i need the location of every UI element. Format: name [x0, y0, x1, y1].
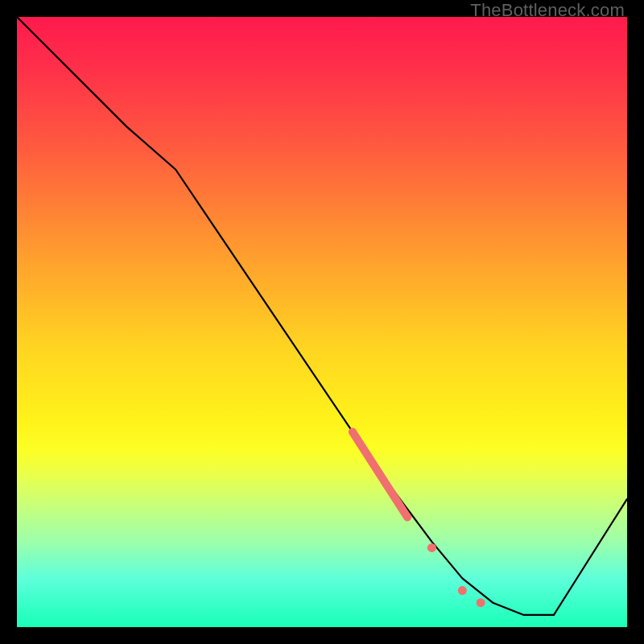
highlight-dot — [477, 598, 485, 607]
highlight-dot — [458, 586, 467, 595]
chart-svg — [17, 17, 627, 627]
curve-line — [17, 17, 627, 615]
highlight-segment — [353, 431, 407, 517]
highlight-dot — [427, 543, 436, 552]
